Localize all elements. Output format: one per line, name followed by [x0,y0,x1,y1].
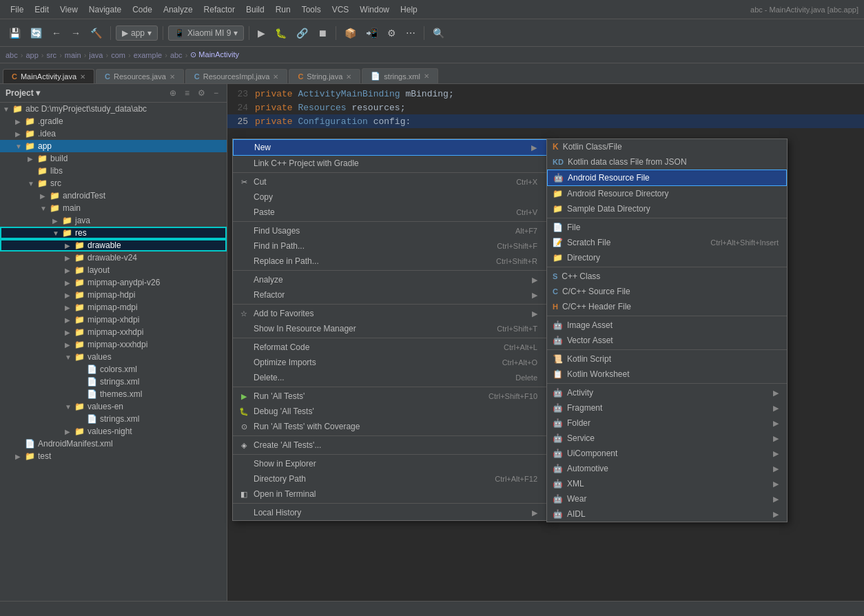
tree-item-mipmap-anydpi[interactable]: ▶ 📁 mipmap-anydpi-v26 [0,276,227,289]
toolbar-save[interactable]: 💾 [6,25,24,41]
menu-run[interactable]: Run [271,3,296,17]
tree-item-themes-xml[interactable]: 📄 themes.xml [0,388,227,400]
ctx-new-wear[interactable]: 🤖 Wear ▶ [547,491,787,506]
toolbar-sync[interactable]: 🔄 [27,25,45,41]
ctx-item-add-favorites[interactable]: ☆ Add to Favorites ▶ [233,306,548,321]
ctx-item-analyze[interactable]: Analyze ▶ [233,272,548,287]
ctx-item-run-tests[interactable]: ▶ Run 'All Tests' Ctrl+Shift+F10 [233,389,548,404]
tab-strings-xml[interactable]: 📄 strings.xml ✕ [362,68,438,83]
ctx-new-fragment[interactable]: 🤖 Fragment ▶ [547,400,787,415]
sidebar-locate-btn[interactable]: ⊕ [167,87,179,99]
ctx-item-copy[interactable]: Copy [233,189,548,205]
tab-resourcesimpl[interactable]: C ResourcesImpl.java ✕ [185,69,288,83]
ctx-item-resource-manager[interactable]: Show In Resource Manager Ctrl+Shift+T [233,321,548,336]
tree-item-androidtest[interactable]: ▶ 📁 androidTest [0,189,227,202]
ctx-new-image-asset[interactable]: 🤖 Image Asset [547,318,787,333]
ctx-item-reformat[interactable]: Reformat Code Ctrl+Alt+L [233,340,548,355]
tree-item-values-en[interactable]: ▼ 📁 values-en [0,400,227,413]
menu-edit[interactable]: Edit [30,3,54,17]
tree-item-java[interactable]: ▶ 📁 java [0,214,227,227]
tree-item-mipmap-hdpi[interactable]: ▶ 📁 mipmap-hdpi [0,289,227,301]
tab-close-icon4[interactable]: ✕ [346,73,351,81]
ctx-new-cpp-class[interactable]: S C++ Class [547,269,787,284]
ctx-item-delete[interactable]: Delete... Delete [233,370,548,385]
ctx-new-automotive[interactable]: 🤖 Automotive ▶ [547,461,787,476]
tree-item-res[interactable]: ▼ 📁 res [0,227,227,239]
breadcrumb-java[interactable]: java [89,51,103,59]
tree-item-mipmap-mdpi[interactable]: ▶ 📁 mipmap-mdpi [0,301,227,314]
ctx-item-paste[interactable]: Paste Ctrl+V [233,205,548,220]
ctx-new-android-resource-file[interactable]: 🤖 Android Resource File [547,170,787,186]
tab-close-icon[interactable]: ✕ [80,73,85,81]
toolbar-more[interactable]: ⋯ [402,25,419,41]
ctx-item-find-usages[interactable]: Find Usages Alt+F7 [233,223,548,238]
ctx-item-find-path[interactable]: Find in Path... Ctrl+Shift+F [233,238,548,254]
toolbar-avd[interactable]: 📲 [362,25,381,41]
breadcrumb-src[interactable]: src [46,51,56,59]
ctx-new-directory[interactable]: 📁 Directory [547,250,787,265]
breadcrumb-main[interactable]: main [65,51,81,59]
tree-item-main[interactable]: ▼ 📁 main [0,202,227,214]
ctx-new-file[interactable]: 📄 File [547,220,787,235]
device-dropdown[interactable]: 📱 Xiaomi MI 9 ▾ [168,25,244,41]
ctx-item-debug-tests[interactable]: 🐛 Debug 'All Tests' [233,404,548,419]
ctx-new-cpp-source[interactable]: C C/C++ Source File [547,284,787,299]
tree-item-mipmap-xxxhdpi[interactable]: ▶ 📁 mipmap-xxxhdpi [0,338,227,351]
tab-close-icon5[interactable]: ✕ [424,72,429,80]
tree-item-values[interactable]: ▼ 📁 values [0,351,227,363]
menu-help[interactable]: Help [395,3,422,17]
sidebar-minimize-btn[interactable]: − [211,87,221,99]
toolbar-stop[interactable]: ⏹ [314,25,331,41]
ctx-new-scratch[interactable]: 📝 Scratch File Ctrl+Alt+Shift+Insert [547,235,787,250]
tree-item-mipmap-xhdpi[interactable]: ▶ 📁 mipmap-xhdpi [0,314,227,326]
menu-refactor[interactable]: Refactor [199,3,240,17]
tree-item-test[interactable]: ▶ 📁 test [0,450,227,462]
toolbar-sdk[interactable]: 📦 [341,25,360,41]
ctx-item-directory-path[interactable]: Directory Path Ctrl+Alt+F12 [233,471,548,486]
tree-item-idea[interactable]: ▶ 📁 .idea [0,127,227,140]
ctx-item-cut[interactable]: ✂ Cut Ctrl+X [233,174,548,189]
tree-item-gradle[interactable]: ▶ 📁 .gradle [0,115,227,127]
menu-navigate[interactable]: Navigate [84,3,126,17]
ctx-new-vector-asset[interactable]: 🤖 Vector Asset [547,333,787,348]
toolbar-back[interactable]: ← [48,25,65,41]
ctx-item-create-tests[interactable]: ◈ Create 'All Tests'... [233,438,548,453]
ctx-item-link-cpp[interactable]: Link C++ Project with Gradle [233,156,548,171]
ctx-new-kotlin-class[interactable]: K Kotlin Class/File [547,139,787,154]
tree-item-androidmanifest[interactable]: 📄 AndroidManifest.xml [0,438,227,450]
menu-analyze[interactable]: Analyze [158,3,198,17]
tab-close-icon3[interactable]: ✕ [273,73,278,81]
menu-view[interactable]: View [55,3,83,17]
breadcrumb-abc2[interactable]: abc [170,51,183,59]
ctx-new-uicomponent[interactable]: 🤖 UiComponent ▶ [547,446,787,461]
tree-item-mipmap-xxhdpi[interactable]: ▶ 📁 mipmap-xxhdpi [0,326,227,338]
ctx-new-kotlin-worksheet[interactable]: 📋 Kotlin Worksheet [547,367,787,382]
ctx-item-open-terminal[interactable]: ◧ Open in Terminal [233,486,548,502]
tree-item-strings-xml[interactable]: 📄 strings.xml [0,376,227,388]
toolbar-forward[interactable]: → [68,25,84,41]
ctx-new-sample-data[interactable]: 📁 Sample Data Directory [547,201,787,216]
ctx-item-run-coverage[interactable]: ⊙ Run 'All Tests' with Coverage [233,419,548,434]
toolbar-build-clean[interactable]: 🔨 [87,25,105,41]
tree-item-drawable[interactable]: ▶ 📁 drawable [0,239,227,251]
tree-item-colors-xml[interactable]: 📄 colors.xml [0,363,227,376]
ctx-new-kotlin-script[interactable]: 📜 Kotlin Script [547,351,787,367]
tree-item-root[interactable]: ▼ 📁 abc D:\myProject\study_data\abc [0,103,227,115]
ctx-new-xml[interactable]: 🤖 XML ▶ [547,476,787,491]
menu-vcs[interactable]: VCS [327,3,354,17]
sidebar-expand-btn[interactable]: ≡ [182,87,192,99]
breadcrumb-abc[interactable]: abc [6,51,18,59]
tree-item-drawable-v24[interactable]: ▶ 📁 drawable-v24 [0,251,227,264]
ctx-item-replace-path[interactable]: Replace in Path... Ctrl+Shift+R [233,254,548,269]
tree-item-src[interactable]: ▼ 📁 src [0,177,227,189]
menu-code[interactable]: Code [127,3,157,17]
breadcrumb-com[interactable]: com [111,51,125,59]
ctx-item-new[interactable]: New ▶ [233,139,548,156]
tab-mainactivity[interactable]: C MainActivity.java ✕ [3,69,94,83]
ctx-new-kotlin-data[interactable]: KD Kotlin data class File from JSON [547,154,787,170]
tab-resources[interactable]: C Resources.java ✕ [96,69,184,83]
sidebar-settings-btn[interactable]: ⚙ [195,87,208,99]
tree-item-app[interactable]: ▼ 📁 app [0,140,227,152]
ctx-new-aidl[interactable]: 🤖 AIDL ▶ [547,506,787,522]
tab-string[interactable]: C String.java ✕ [289,69,360,83]
